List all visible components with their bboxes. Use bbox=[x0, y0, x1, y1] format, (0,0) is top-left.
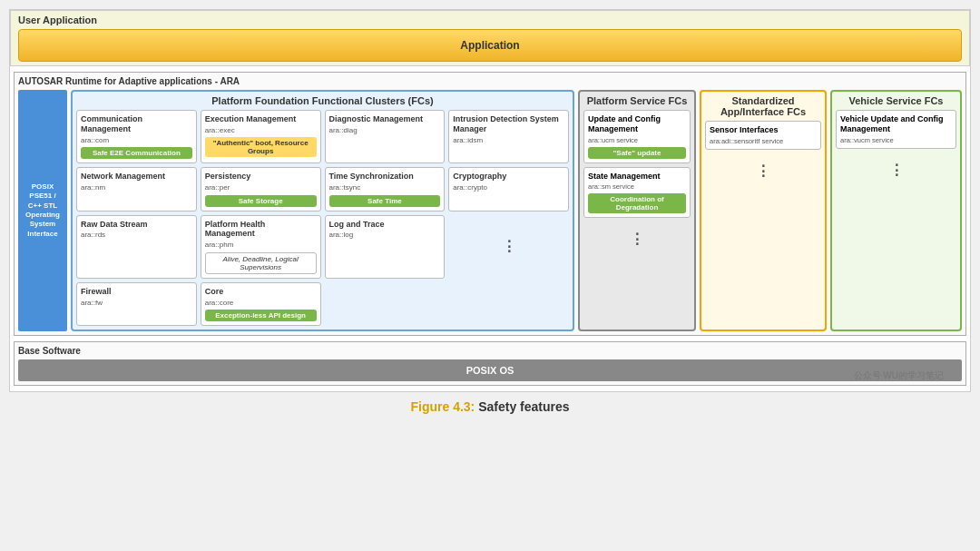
fc-core-sub: ara::core bbox=[205, 299, 317, 308]
service-sensor: Sensor Interfaces ara:adi::sensoritf ser… bbox=[705, 121, 821, 150]
standardized-dots: ⋮ bbox=[705, 153, 821, 189]
fc-phm-badge: Alive, Deadline, Logical Supervisions bbox=[205, 252, 317, 274]
fc-per-sub: ara::per bbox=[205, 183, 317, 192]
service-vucm: Vehicle Update and Config Management ara… bbox=[836, 110, 956, 149]
service-ucm-sub: ara::ucm service bbox=[588, 136, 686, 144]
watermark: 公众号·WU的学习笔记 bbox=[854, 369, 944, 382]
fc-cm-sub: ara::com bbox=[81, 136, 192, 145]
service-sm-sub: ara::sm service bbox=[588, 182, 686, 191]
platform-foundation: Platform Foundation Functional Clusters … bbox=[71, 90, 574, 331]
service-sensor-sub: ara:adi::sensoritf service bbox=[710, 137, 817, 145]
fc-firewall: Firewall ara::fw bbox=[76, 282, 197, 326]
platform-foundation-title: Platform Foundation Functional Clusters … bbox=[76, 95, 569, 106]
fc-tsync-sub: ara::tsync bbox=[329, 183, 441, 192]
fc-nm-title: Network Management bbox=[81, 172, 192, 182]
base-software-section: Base Software POSIX OS bbox=[14, 341, 966, 386]
fc-intrusion-detection: Intrusion Detection System Manager ara::… bbox=[448, 110, 569, 163]
posix-os-bar: POSIX OS bbox=[18, 359, 962, 381]
posix-text: POSIX PSE51 / C++ STL Operating System I… bbox=[25, 182, 60, 239]
figure-caption: Figure 4.3: Safety features bbox=[9, 399, 971, 414]
fc-crypto-title: Cryptography bbox=[453, 172, 564, 182]
fc-tsync-badge: Safe Time bbox=[329, 195, 441, 207]
main-wrapper: User Application Application AUTOSAR Run… bbox=[9, 9, 971, 414]
service-vucm-sub: ara::vucm service bbox=[840, 136, 952, 144]
user-app-label: User Application bbox=[18, 15, 962, 25]
fc-fw-sub: ara::fw bbox=[81, 299, 192, 308]
fc-core-title: Core bbox=[205, 287, 317, 297]
fc-communication-management: Communication Management ara::com Safe E… bbox=[76, 110, 197, 163]
fc-core-badge: Exception-less API design bbox=[205, 310, 317, 321]
caption-text: Safety features bbox=[478, 399, 569, 414]
fc-per-title: Persistency bbox=[205, 172, 317, 182]
service-sensor-title: Sensor Interfaces bbox=[710, 125, 817, 135]
fc-rds-title: Raw Data Stream bbox=[81, 220, 192, 230]
user-application-section: User Application Application bbox=[10, 10, 970, 66]
service-ucm-badge: "Safe" update bbox=[588, 147, 686, 159]
service-sm-badge: Coordination of Degradation bbox=[588, 193, 686, 213]
vehicle-grid: Vehicle Update and Config Management ara… bbox=[836, 110, 956, 188]
fc-rds-sub: ara::rds bbox=[81, 231, 192, 240]
service-sm: State Management ara::sm service Coordin… bbox=[583, 167, 691, 219]
fc-diagnostic-management: Diagnostic Management ara::diag bbox=[325, 110, 446, 163]
fc-crypto-sub: ara::crypto bbox=[453, 183, 564, 192]
ara-content: POSIX PSE51 / C++ STL Operating System I… bbox=[18, 90, 962, 331]
service-ucm-title: Update and Config Management bbox=[588, 114, 686, 134]
caption-number: 4.3: bbox=[453, 399, 475, 414]
ara-section: AUTOSAR Runtime for Adaptive application… bbox=[14, 72, 966, 336]
fc-ids-sub: ara::idsm bbox=[453, 136, 564, 145]
service-ucm: Update and Config Management ara::ucm se… bbox=[583, 110, 691, 163]
platform-service-title: Platform Service FCs bbox=[583, 95, 691, 106]
fc-log-sub: ara::log bbox=[329, 231, 441, 240]
service-vucm-title: Vehicle Update and Config Management bbox=[840, 114, 952, 134]
ara-label: AUTOSAR Runtime for Adaptive application… bbox=[18, 76, 962, 86]
fc-phm-title: Platform Health Management bbox=[205, 220, 317, 240]
fc-platform-health: Platform Health Management ara::phm Aliv… bbox=[201, 215, 321, 279]
standardized-section: Standardized App/Interface FCs Sensor In… bbox=[700, 90, 827, 331]
posix-column: POSIX PSE51 / C++ STL Operating System I… bbox=[18, 90, 67, 331]
fc-core: Core ara::core Exception-less API design bbox=[201, 282, 321, 326]
vehicle-title: Vehicle Service FCs bbox=[836, 95, 956, 106]
diagram-container: User Application Application AUTOSAR Run… bbox=[9, 9, 971, 392]
fc-fw-title: Firewall bbox=[81, 287, 192, 297]
fc-cm-title: Communication Management bbox=[81, 114, 192, 134]
fc-nm-sub: ara::nm bbox=[81, 183, 192, 192]
fc-tsync-title: Time Synchronization bbox=[329, 172, 441, 182]
fc-dots-row3: ⋮ bbox=[448, 215, 569, 279]
application-bar: Application bbox=[18, 29, 962, 62]
fc-diag-sub: ara::diag bbox=[329, 126, 441, 135]
platform-service-section: Platform Service FCs Update and Config M… bbox=[578, 90, 696, 331]
platform-service-grid: Update and Config Management ara::ucm se… bbox=[583, 110, 691, 257]
fc-exec-sub: ara::exec bbox=[205, 126, 317, 135]
service-dots: ⋮ bbox=[583, 221, 691, 257]
fc-phm-sub: ara::phm bbox=[205, 241, 317, 250]
fc-per-badge: Safe Storage bbox=[205, 195, 317, 207]
fc-network-management: Network Management ara::nm bbox=[76, 167, 197, 211]
service-sm-title: State Management bbox=[588, 172, 686, 182]
fc-time-sync: Time Synchronization ara::tsync Safe Tim… bbox=[325, 167, 446, 211]
foundation-grid: Communication Management ara::com Safe E… bbox=[76, 110, 569, 326]
base-software-label: Base Software bbox=[18, 346, 962, 356]
fc-log-title: Log and Trace bbox=[329, 220, 441, 230]
fc-cm-badge: Safe E2E Communication bbox=[81, 147, 192, 159]
fc-persistency: Persistency ara::per Safe Storage bbox=[201, 167, 321, 211]
fc-exec-badge: "Authentic" boot, Resource Groups bbox=[205, 137, 317, 157]
vehicle-section: Vehicle Service FCs Vehicle Update and C… bbox=[830, 90, 962, 331]
fc-cryptography: Cryptography ara::crypto bbox=[448, 167, 569, 211]
fc-exec-title: Execution Management bbox=[205, 114, 317, 124]
fc-raw-data-stream: Raw Data Stream ara::rds bbox=[76, 215, 197, 279]
fc-ids-title: Intrusion Detection System Manager bbox=[453, 114, 564, 134]
vehicle-dots: ⋮ bbox=[836, 153, 956, 188]
fc-log-trace: Log and Trace ara::log bbox=[325, 215, 446, 279]
caption-figure: Figure bbox=[410, 399, 449, 414]
standardized-title: Standardized App/Interface FCs bbox=[705, 95, 821, 117]
fc-execution-management: Execution Management ara::exec "Authenti… bbox=[201, 110, 321, 163]
standardized-grid: Sensor Interfaces ara:adi::sensoritf ser… bbox=[705, 121, 821, 189]
fc-diag-title: Diagnostic Management bbox=[329, 114, 441, 124]
